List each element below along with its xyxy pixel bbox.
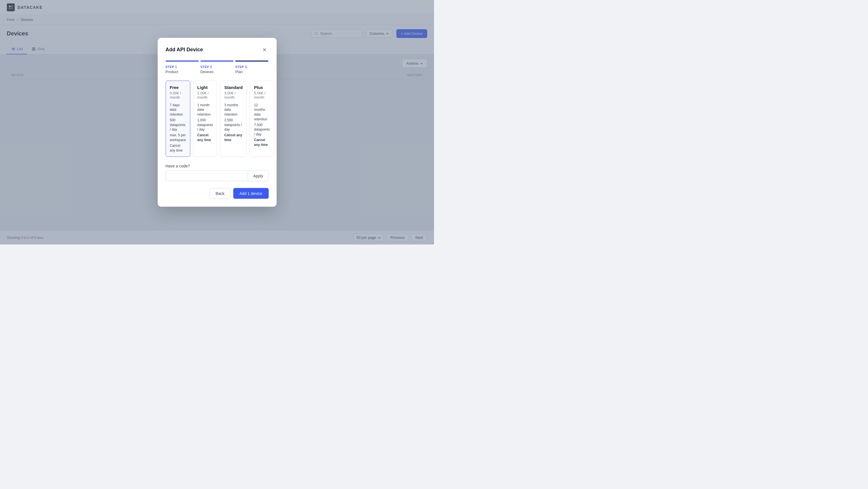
plan-free-features: 7 days data retention 500 datapoints / d… — [170, 103, 186, 153]
plan-light-price: 1.00€ / month — [197, 91, 213, 99]
add-device-modal-button[interactable]: Add 1 device — [233, 188, 269, 199]
plan-plus-feature-2: Cancel any time — [254, 138, 270, 147]
code-section: Have a code? Apply — [166, 164, 269, 181]
plan-free-name: Free — [170, 85, 186, 89]
plan-standard-price: 3.00€ / month — [224, 91, 243, 99]
step-2-bar — [200, 60, 234, 61]
step-2-name: Devices — [200, 69, 234, 74]
step-3: STEP 3 Plan — [235, 60, 268, 74]
plan-free-feature-1: 500 datapoints / day — [170, 118, 186, 132]
plans-grid: Free 0.00€ / month 7 days data retention… — [166, 81, 269, 157]
plan-light-name: Light — [197, 85, 213, 89]
plan-plus-name: Plus — [254, 85, 270, 89]
plan-standard-features: 3 months data retention 2,500 datapoints… — [224, 103, 243, 142]
plan-standard-feature-2: Cancel any time — [224, 133, 243, 143]
modal-title: Add API Device — [166, 47, 203, 53]
plan-plus-feature-1: 7,500 datapoints / day — [254, 122, 270, 137]
plan-plus-price: 5.00€ / month — [254, 91, 270, 99]
step-3-name: Plan — [235, 69, 268, 74]
plan-free-feature-2: max. 5 per workspace — [170, 133, 186, 143]
step-2: STEP 2 Devices — [200, 60, 234, 74]
plan-free-feature-0: 7 days data retention — [170, 103, 186, 117]
plan-light-feature-1: 1,000 datapoints / day — [197, 118, 213, 132]
code-input-row: Apply — [166, 171, 269, 181]
plan-light-feature-2: Cancel any time — [197, 133, 213, 143]
step-1-name: Product — [166, 69, 199, 74]
plan-standard-feature-1: 2,500 datapoints / day — [224, 118, 243, 132]
modal-header: Add API Device ✕ — [166, 46, 269, 54]
plan-card-light[interactable]: Light 1.00€ / month 1 month data retenti… — [193, 81, 217, 157]
close-button[interactable]: ✕ — [261, 46, 269, 54]
plan-card-plus[interactable]: Plus 5.00€ / month 12 months data retent… — [250, 81, 274, 157]
code-label: Have a code? — [166, 164, 269, 168]
plan-plus-feature-0: 12 months data retention — [254, 103, 270, 121]
modal-footer: Back Add 1 device — [166, 188, 269, 199]
back-button[interactable]: Back — [210, 188, 230, 199]
plan-light-features: 1 month data retention 1,000 datapoints … — [197, 103, 213, 142]
plan-free-price: 0.00€ / month — [170, 91, 186, 99]
plan-standard-name: Standard — [224, 85, 243, 89]
step-1-label: STEP 1 — [166, 65, 199, 68]
plan-card-standard[interactable]: Standard 3.00€ / month 3 months data ret… — [220, 81, 247, 157]
plan-free-feature-3: Cancel any time — [170, 143, 186, 153]
step-3-bar — [235, 60, 268, 61]
code-input[interactable] — [166, 171, 248, 181]
step-2-label: STEP 2 — [200, 65, 234, 68]
step-1-bar — [166, 60, 199, 61]
step-3-label: STEP 3 — [235, 65, 268, 68]
plan-plus-features: 12 months data retention 7,500 datapoint… — [254, 103, 270, 147]
plan-standard-feature-0: 3 months data retention — [224, 103, 243, 117]
apply-button[interactable]: Apply — [248, 171, 268, 181]
add-api-device-modal: Add API Device ✕ STEP 1 Product STEP 2 D… — [158, 38, 277, 207]
plan-card-free[interactable]: Free 0.00€ / month 7 days data retention… — [166, 81, 190, 157]
step-1: STEP 1 Product — [166, 60, 199, 74]
steps-container: STEP 1 Product STEP 2 Devices STEP 3 Pla… — [166, 60, 269, 74]
plan-light-feature-0: 1 month data retention — [197, 103, 213, 117]
